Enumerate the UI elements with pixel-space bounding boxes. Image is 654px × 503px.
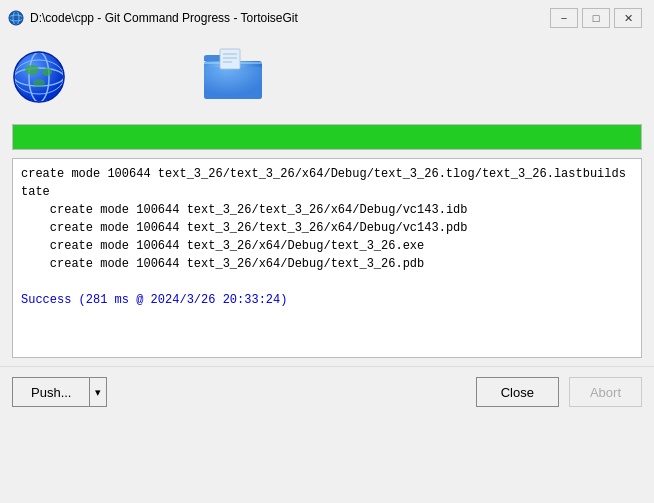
svg-rect-13 xyxy=(204,67,262,99)
right-button-group: Close Abort xyxy=(476,377,642,407)
svg-point-9 xyxy=(25,65,39,75)
push-button-group: Push... ▾ xyxy=(12,377,107,407)
svg-point-11 xyxy=(33,79,45,87)
push-button[interactable]: Push... xyxy=(12,377,89,407)
titlebar-left: D:\code\cpp - Git Command Progress - Tor… xyxy=(8,10,298,26)
log-area[interactable]: create mode 100644 text_3_26/text_3_26/x… xyxy=(12,158,642,358)
svg-point-10 xyxy=(42,68,52,76)
titlebar: D:\code\cpp - Git Command Progress - Tor… xyxy=(0,0,654,32)
icons-row xyxy=(12,40,642,120)
log-line-2: create mode 100644 text_3_26/text_3_26/x… xyxy=(21,201,633,219)
maximize-button[interactable]: □ xyxy=(582,8,610,28)
folder-icon xyxy=(202,45,262,105)
main-content: create mode 100644 text_3_26/text_3_26/x… xyxy=(0,32,654,366)
titlebar-controls: − □ ✕ xyxy=(550,8,642,28)
svg-rect-15 xyxy=(220,49,240,69)
log-line-4: create mode 100644 text_3_26/x64/Debug/t… xyxy=(21,237,633,255)
dropdown-arrow-icon: ▾ xyxy=(95,386,101,399)
progress-bar-wrapper xyxy=(12,124,642,150)
abort-button[interactable]: Abort xyxy=(569,377,642,407)
log-line-1: create mode 100644 text_3_26/text_3_26/x… xyxy=(21,165,633,201)
close-window-button[interactable]: ✕ xyxy=(614,8,642,28)
log-line-3: create mode 100644 text_3_26/text_3_26/x… xyxy=(21,219,633,237)
app-icon xyxy=(8,10,24,26)
window-title: D:\code\cpp - Git Command Progress - Tor… xyxy=(30,11,298,25)
progress-bar-fill xyxy=(13,125,641,149)
log-line-5: create mode 100644 text_3_26/x64/Debug/t… xyxy=(21,255,633,273)
globe-icon xyxy=(12,50,72,110)
log-success-line: Success (281 ms @ 2024/3/26 20:33:24) xyxy=(21,291,633,309)
close-button[interactable]: Close xyxy=(476,377,559,407)
push-dropdown-button[interactable]: ▾ xyxy=(89,377,107,407)
button-bar: Push... ▾ Close Abort xyxy=(0,366,654,415)
minimize-button[interactable]: − xyxy=(550,8,578,28)
